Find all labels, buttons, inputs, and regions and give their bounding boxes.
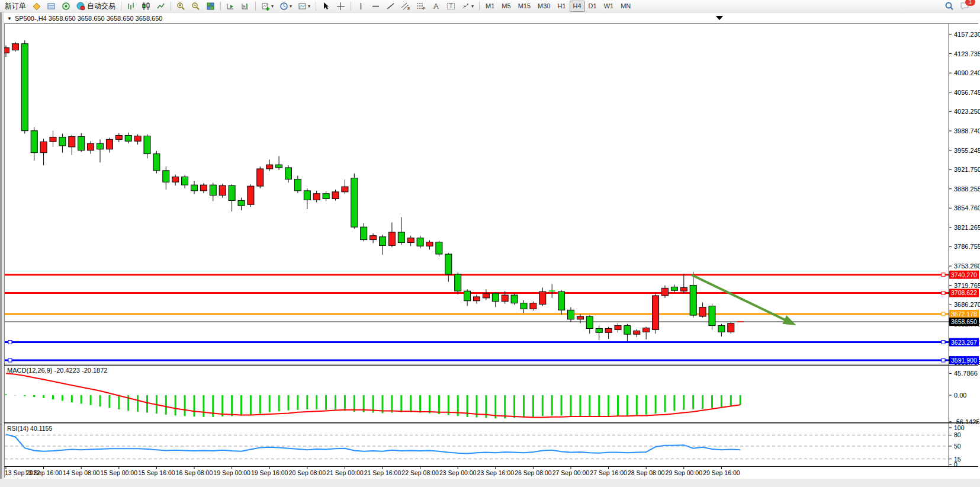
price-tag: 3672.178 (951, 310, 977, 318)
time-axis-label: 21 Sep 00:00 (326, 469, 364, 476)
quotes-icon[interactable] (30, 0, 43, 12)
candle-up (634, 331, 640, 334)
candle-down (436, 242, 442, 254)
bar-chart-icon[interactable] (124, 0, 138, 12)
candle-up (474, 297, 480, 301)
svg-text:A: A (433, 2, 439, 11)
timeframe-m30[interactable]: M30 (534, 1, 554, 12)
line-anchor[interactable] (8, 358, 12, 362)
line-anchor[interactable] (942, 358, 945, 362)
macd-axis-label: 45.7866 (954, 370, 978, 377)
candle-down (97, 143, 104, 149)
candlestick-chart-icon[interactable] (139, 0, 153, 12)
candle-down (361, 227, 367, 239)
toolbar-separator (121, 2, 121, 11)
svg-text:T: T (449, 3, 453, 9)
toolbar-separator (316, 2, 316, 11)
candle-down (511, 295, 518, 303)
rsi-axis-label: 100 (954, 424, 965, 431)
candle-down (125, 135, 131, 141)
candle-up (370, 236, 377, 240)
macd-label: MACD(12,26,9) -20.4223 -20.1872 (7, 367, 107, 374)
notifications-chat-button[interactable]: 1 (957, 0, 972, 12)
timeframe-h4[interactable]: H4 (570, 1, 585, 12)
candle-up (728, 323, 734, 332)
candle-up (200, 185, 207, 191)
cursor-icon[interactable] (319, 0, 333, 12)
zoom-out-icon[interactable] (189, 0, 203, 12)
chart-shift-icon[interactable] (239, 0, 252, 12)
price-axis-label: 4090.240 (954, 69, 980, 76)
trendline-icon[interactable] (384, 0, 397, 12)
shapes-dropdown[interactable]: ▾ (459, 0, 476, 12)
candle-down (59, 137, 66, 146)
main-toolbar: 新订单自动交易▾▾▾EFAT▾M1M5M15M30H1H4D1W1MN1 (0, 0, 980, 12)
line-anchor[interactable] (942, 273, 945, 277)
new-order-button[interactable]: 新订单 (2, 0, 28, 12)
zoom-in-icon[interactable] (174, 0, 188, 12)
candle-down (31, 131, 37, 153)
market-watch-icon[interactable] (44, 0, 58, 12)
price-axis-label: 3921.750 (954, 166, 980, 173)
line-anchor[interactable] (8, 341, 12, 344)
price-axis-label: 4157.230 (954, 31, 980, 38)
new-chart-dropdown[interactable]: ▾ (259, 0, 276, 12)
candle-down (596, 328, 602, 332)
time-axis-label: 28 Sep 08:00 (628, 469, 665, 476)
equidistant-channel-icon[interactable]: E (399, 0, 413, 12)
candle-down (398, 232, 404, 243)
line-anchor[interactable] (942, 341, 945, 344)
periods-dropdown[interactable]: ▾ (277, 0, 294, 12)
new-order-label: 新订单 (5, 1, 26, 11)
price-tag: 3740.270 (951, 271, 977, 278)
candle-down (586, 316, 593, 328)
navigator-icon[interactable] (59, 0, 73, 12)
rsi-axis-label: 50 (954, 443, 961, 450)
candle-up (219, 185, 226, 196)
candle-down (718, 326, 725, 332)
rsi-value: 40.1155 (30, 425, 52, 432)
auto-trading-button[interactable]: 自动交易 (74, 0, 118, 12)
price-axis-label: 3786.755 (954, 243, 980, 250)
line-anchor[interactable] (942, 291, 945, 294)
search-icon[interactable] (942, 0, 956, 12)
candle-down (285, 168, 292, 179)
timeframe-w1[interactable]: W1 (600, 1, 618, 12)
candle-down (671, 287, 677, 290)
candle-up (662, 288, 669, 296)
auto-scroll-icon[interactable] (224, 0, 237, 12)
price-tag: 3658.650 (951, 318, 977, 325)
candle-up (106, 139, 113, 149)
timeframe-mn[interactable]: MN (617, 1, 634, 12)
candle-down (229, 185, 235, 200)
timeframe-m5[interactable]: M5 (498, 1, 514, 12)
horizontal-line-icon[interactable] (369, 0, 383, 12)
candle-up (539, 291, 546, 304)
line-anchor[interactable] (942, 312, 945, 316)
candle-down (492, 293, 499, 302)
crosshair-icon[interactable] (334, 0, 348, 12)
fibonacci-icon[interactable]: F (414, 0, 428, 12)
time-axis-label: 29 Sep 00:00 (666, 469, 703, 476)
timeframe-d1[interactable]: D1 (585, 1, 600, 12)
timeframe-h1[interactable]: H1 (554, 1, 569, 12)
auto-trading-icon (76, 2, 85, 11)
vertical-line-icon[interactable] (354, 0, 368, 12)
time-axis-label: 21 Sep 16:00 (364, 469, 401, 476)
timeframe-m1[interactable]: M1 (482, 1, 498, 12)
time-axis-label: 16 Sep 08:00 (176, 469, 213, 476)
label-icon[interactable]: T (444, 0, 458, 12)
chart-collapse-icon[interactable]: ▼ (7, 16, 12, 21)
price-tag: 3708.622 (951, 289, 977, 296)
line-chart-icon[interactable] (154, 0, 168, 12)
timeframe-m15[interactable]: M15 (515, 1, 534, 12)
candle-up (643, 328, 650, 332)
templates-dropdown[interactable]: ▾ (295, 0, 313, 12)
price-chart[interactable]: 4157.2304123.7354090.2404056.7454023.250… (0, 0, 980, 487)
candle-down (417, 238, 423, 246)
time-axis-label: 19 Sep 00:00 (213, 469, 250, 476)
tile-windows-icon[interactable] (204, 0, 217, 12)
text-icon[interactable]: A (429, 0, 443, 12)
candle-down (690, 285, 696, 315)
candle-up (313, 194, 320, 200)
